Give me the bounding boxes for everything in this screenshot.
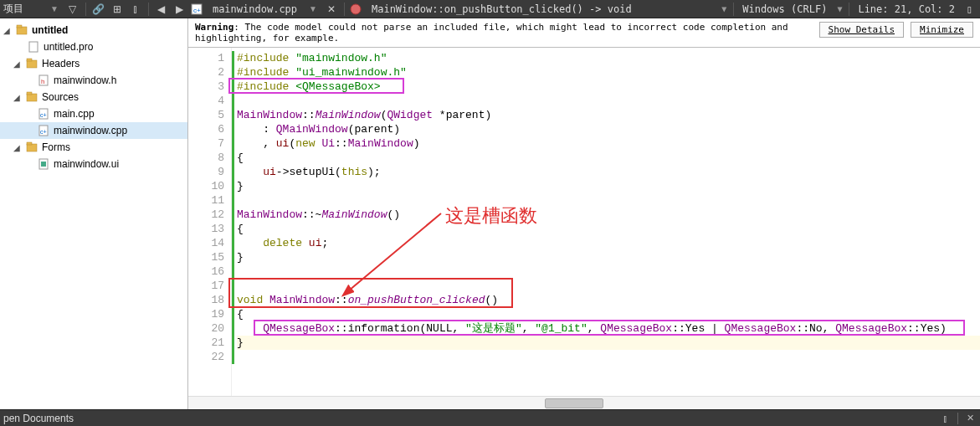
line-number: 7 — [192, 136, 224, 151]
folder-icon — [25, 90, 38, 104]
folder-icon — [25, 57, 38, 70]
line-number: 21 — [192, 336, 224, 350]
code-content[interactable]: #include #include "mainwindow.h""mainwin… — [232, 48, 980, 396]
expand-icon[interactable]: ◢ — [2, 26, 12, 35]
close-file-icon[interactable]: ✕ — [324, 2, 339, 17]
line-number: 10 — [192, 179, 224, 193]
line-number: 16 — [192, 264, 224, 279]
line-number: 12 — [192, 208, 224, 222]
close-bottom-icon[interactable]: ✕ — [963, 412, 977, 425]
tree-forms-label: Forms — [42, 141, 187, 153]
ui-file-icon — [37, 157, 50, 171]
tree-headers[interactable]: ◢ Headers — [0, 55, 187, 72]
tree-pro-label: untitled.pro — [44, 41, 187, 53]
encoding-label[interactable]: Windows (CRLF) — [737, 3, 832, 15]
svg-rect-6 — [27, 60, 37, 68]
svg-rect-3 — [17, 27, 27, 34]
line-number: 4 — [192, 94, 224, 108]
encoding-dropdown-icon[interactable]: ▼ — [834, 4, 845, 13]
warning-bar: Warning: The code model could not parse … — [188, 18, 980, 48]
tree-headers-label: Headers — [42, 58, 187, 69]
line-number: 11 — [192, 193, 224, 208]
line-number: 19 — [192, 307, 224, 321]
line-number: 17 — [192, 279, 224, 293]
forward-icon[interactable]: ▶ — [172, 2, 187, 17]
svg-rect-10 — [27, 94, 37, 101]
project-icon — [15, 23, 28, 37]
tree-mainwindow-cpp-label: mainwindow.cpp — [54, 125, 187, 136]
expand-icon[interactable]: ◢ — [12, 59, 22, 69]
warning-text: Warning: The code model could not parse … — [195, 22, 813, 44]
svg-rect-16 — [27, 144, 37, 151]
tree-pro-file[interactable]: untitled.pro — [0, 38, 187, 55]
project-tree[interactable]: ◢ untitled untitled.pro ◢ Headers h main… — [0, 18, 188, 409]
line-number: 14 — [192, 236, 224, 250]
tree-main-cpp-label: main.cpp — [54, 108, 187, 120]
pro-file-icon — [27, 40, 40, 54]
svg-rect-7 — [27, 59, 32, 61]
func-icon — [350, 3, 362, 15]
minimize-button[interactable]: Minimize — [911, 22, 973, 38]
show-details-button[interactable]: Show Details — [819, 22, 904, 38]
h-file-icon: h — [37, 74, 50, 87]
func-dropdown-icon[interactable]: ▼ — [718, 4, 730, 13]
expand-icon[interactable]: ◢ — [12, 93, 22, 102]
line-number: 2 — [192, 65, 224, 80]
horizontal-scrollbar[interactable] — [188, 396, 980, 409]
tree-ui-file[interactable]: mainwindow.ui — [0, 156, 187, 172]
line-number: 15 — [192, 250, 224, 264]
code-editor[interactable]: 1 2 3 4 5 6 7 8 9 10 11 12 13 14 15 16 1… — [188, 48, 980, 396]
folder-icon — [25, 141, 38, 154]
line-number: 3 — [192, 80, 224, 94]
dropdown-icon[interactable]: ▼ — [47, 4, 62, 13]
breadcrumb-file[interactable]: mainwindow.cpp — [208, 3, 302, 15]
tree-root-label: untitled — [32, 24, 187, 36]
svg-point-2 — [351, 4, 361, 14]
cpp-file-icon: c+ — [37, 107, 50, 121]
add-icon[interactable]: ⊞ — [110, 2, 125, 17]
split-icon[interactable]: ⫿ — [128, 2, 143, 17]
filter-icon[interactable]: ▽ — [65, 2, 80, 17]
svg-rect-11 — [27, 92, 32, 95]
breadcrumb-function[interactable]: MainWindow::on_pushButton_clicked() -> v… — [367, 3, 637, 15]
svg-rect-19 — [41, 162, 46, 167]
side-panel-icon[interactable]: ▯ — [962, 2, 977, 17]
tree-header-file[interactable]: h mainwindow.h — [0, 72, 187, 89]
tree-root[interactable]: ◢ untitled — [0, 22, 187, 38]
scrollbar-thumb[interactable] — [545, 398, 603, 408]
tree-header-label: mainwindow.h — [54, 74, 187, 86]
line-number: 9 — [192, 165, 224, 179]
line-number: 20 — [192, 321, 224, 336]
file-dropdown-icon[interactable]: ▼ — [305, 4, 321, 13]
tree-ui-label: mainwindow.ui — [54, 158, 187, 170]
line-number: 1 — [192, 51, 224, 65]
link-icon[interactable]: 🔗 — [91, 2, 106, 17]
svg-text:c+: c+ — [193, 7, 201, 14]
line-number: 8 — [192, 151, 224, 165]
line-number: 18 — [192, 293, 224, 307]
cpp-file-icon: c+ — [191, 3, 203, 15]
tree-sources[interactable]: ◢ Sources — [0, 89, 187, 105]
tree-forms[interactable]: ◢ Forms — [0, 139, 187, 156]
svg-rect-4 — [17, 25, 22, 28]
open-documents-label[interactable]: pen Documents — [3, 413, 74, 424]
svg-text:c+: c+ — [40, 129, 47, 135]
tree-main-cpp[interactable]: c+ main.cpp — [0, 105, 187, 122]
line-col-label[interactable]: Line: 21, Col: 2 — [853, 3, 960, 15]
line-number: 6 — [192, 122, 224, 136]
svg-text:h: h — [41, 78, 44, 85]
back-icon[interactable]: ◀ — [154, 2, 169, 17]
editor-pane: Warning: The code model could not parse … — [188, 18, 980, 409]
cpp-file-icon: c+ — [37, 124, 50, 137]
bottom-bar: pen Documents ⫿ ✕ — [0, 409, 980, 426]
expand-icon[interactable]: ◢ — [12, 143, 22, 152]
svg-rect-5 — [29, 42, 38, 52]
line-number: 13 — [192, 222, 224, 236]
svg-rect-17 — [27, 142, 32, 145]
tree-sources-label: Sources — [42, 91, 187, 103]
projects-label: 项目 — [3, 2, 23, 16]
top-toolbar: 项目 ▼ ▽ 🔗 ⊞ ⫿ ◀ ▶ c+ mainwindow.cpp ▼ ✕ M… — [0, 0, 980, 18]
tree-mainwindow-cpp[interactable]: c+ mainwindow.cpp — [0, 122, 187, 139]
line-gutter: 1 2 3 4 5 6 7 8 9 10 11 12 13 14 15 16 1… — [188, 48, 232, 396]
split-bottom-icon[interactable]: ⫿ — [939, 412, 952, 425]
